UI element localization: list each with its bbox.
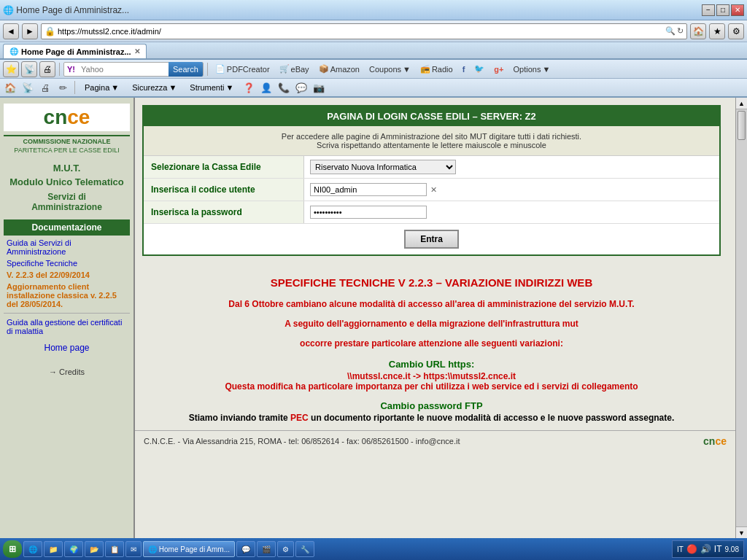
sidebar-link-guida[interactable]: Guida ai Servizi di Amministrazione: [4, 237, 130, 257]
amazon-button[interactable]: 📦 Amazon: [315, 63, 363, 75]
taskbar-chrome-icon[interactable]: 🌍: [64, 541, 83, 557]
settings-icon[interactable]: ⚙: [728, 23, 744, 39]
edit-nav-icon[interactable]: ✏: [55, 80, 70, 95]
user-nav-icon[interactable]: 👤: [259, 80, 274, 95]
taskbar-video-icon[interactable]: 🎬: [257, 541, 276, 557]
home-nav-icon[interactable]: 🏠: [3, 80, 18, 95]
taskbar-doc-icon[interactable]: 📋: [105, 541, 124, 557]
cambio-url-label: Cambio URL https:: [142, 354, 721, 371]
options-button[interactable]: Options ▼: [510, 63, 554, 75]
volume-icon[interactable]: 🔊: [700, 544, 711, 554]
refresh-icon[interactable]: ↻: [677, 26, 684, 36]
footer-logo: cnce: [703, 435, 727, 447]
taskbar: ⊞ 🌐 📁 🌍 📂 📋 ✉ 🌐 Home Page di Amm... 💬 🎬 …: [0, 538, 747, 560]
options-dropdown-icon: ▼: [542, 65, 550, 74]
address-toolbar: ◄ ► 🔒 https://mutssl2.cnce.it/admin/ 🔍 ↻…: [0, 20, 747, 42]
sidebar-link-aggiornamento[interactable]: Aggiornamento client installazione class…: [4, 281, 130, 310]
doc-header: Documentazione: [4, 219, 130, 236]
credits-link[interactable]: Credits: [59, 368, 85, 376]
rss-icon[interactable]: 📡: [21, 61, 37, 77]
taskbar-items: 🌐 📁 🌍 📂 📋 ✉ 🌐 Home Page di Amm... 💬 🎬 ⚙ …: [23, 541, 670, 557]
sidebar-link-certificati[interactable]: Guida alla gestione dei certificati di m…: [4, 316, 130, 337]
info-title: SPECIFICHE TECNICHE V 2.2.3 – VARIAZIONE…: [142, 271, 721, 295]
ebay-icon: 🛒: [279, 64, 290, 74]
yahoo-toolbar: ⭐ 📡 🖨 Y! Search 📄 PDFCreator 🛒 eBay 📦 Am…: [0, 60, 747, 79]
cassa-edile-select[interactable]: Riservato Nuova Informatica: [310, 160, 456, 174]
cassa-edile-row: Selezionare la Cassa Edile Riservato Nuo…: [144, 156, 719, 179]
favorites-icon[interactable]: ⭐: [3, 61, 19, 77]
phone-nav-icon[interactable]: 📞: [276, 80, 291, 95]
codice-utente-clear-button[interactable]: ✕: [429, 185, 438, 195]
radio-button[interactable]: 📻 Radio: [417, 63, 457, 75]
scroll-down-button[interactable]: ▼: [736, 526, 747, 538]
facebook-button[interactable]: f: [459, 63, 469, 75]
sicurezza-dropdown-icon: ▼: [169, 83, 177, 92]
sidebar-link-version[interactable]: V. 2.2.3 del 22/09/2014: [4, 269, 130, 281]
sidebar-link-specifiche[interactable]: Specifiche Tecniche: [4, 257, 130, 269]
taskbar-skype-icon[interactable]: 💬: [236, 541, 255, 557]
scroll-thumb[interactable]: [738, 111, 746, 140]
cambio-pwd-label: Cambio password FTP: [142, 396, 721, 413]
taskbar-folder-icon[interactable]: 📂: [85, 541, 104, 557]
password-cell: [304, 202, 719, 222]
taskbar-tray: IT 🔴 🔊 IT 9.08: [672, 540, 744, 558]
url-change: \\mutssl.cnce.it -> https:\\mutssl2.cnce…: [142, 371, 721, 381]
twitter-button[interactable]: 🐦: [471, 63, 488, 75]
sidebar-credits-area: → Credits: [4, 368, 130, 376]
home-page-link[interactable]: Home page: [44, 343, 89, 353]
pec-prefix: Stiamo inviando tramite: [189, 413, 290, 423]
sicurezza-menu[interactable]: Sicurezza ▼: [127, 81, 182, 94]
print-nav-icon[interactable]: 🖨: [38, 80, 53, 95]
star-icon[interactable]: ★: [709, 23, 725, 39]
entra-button[interactable]: Entra: [404, 230, 459, 249]
yahoo-search-button[interactable]: Search: [169, 62, 203, 77]
help-icon[interactable]: ❓: [241, 80, 256, 95]
address-input[interactable]: https://mutssl2.cnce.it/admin/: [58, 27, 665, 36]
tab-favicon: 🌐: [9, 47, 18, 55]
close-button[interactable]: ✕: [731, 4, 744, 16]
address-bar-wrap: 🔒 https://mutssl2.cnce.it/admin/ 🔍 ↻: [41, 23, 687, 39]
network-icon: IT: [714, 544, 722, 554]
rss-nav-icon[interactable]: 📡: [20, 80, 35, 95]
tab-bar: 🌐 Home Page di Amministraz... ✕: [0, 42, 747, 60]
taskbar-ie-icon[interactable]: 🌐: [23, 541, 42, 557]
taskbar-extra1[interactable]: ⚙: [277, 541, 294, 557]
taskbar-mail-icon[interactable]: ✉: [125, 541, 142, 557]
antivirus-icon: 🔴: [686, 544, 697, 554]
back-button[interactable]: ◄: [3, 23, 19, 39]
scroll-up-button[interactable]: ▲: [736, 98, 747, 109]
coupons-button[interactable]: Coupons ▼: [365, 63, 414, 75]
active-tab[interactable]: 🌐 Home Page di Amministraz... ✕: [3, 44, 147, 58]
home-icon[interactable]: 🏠: [690, 23, 706, 39]
print-icon[interactable]: 🖨: [39, 61, 55, 77]
skype-icon[interactable]: 💬: [294, 80, 309, 95]
address-icons: 🔍 ↻: [665, 26, 684, 36]
browser-titlebar: 🌐 Home Page di Amministraz... − □ ✕: [0, 0, 747, 20]
taskbar-browser-item[interactable]: 🌐 Home Page di Amm...: [143, 541, 235, 557]
strumenti-menu[interactable]: Strumenti ▼: [185, 81, 239, 94]
tab-close-button[interactable]: ✕: [134, 47, 140, 55]
password-input[interactable]: [310, 206, 427, 219]
googleplus-button[interactable]: g+: [490, 63, 507, 75]
codice-utente-input[interactable]: [310, 183, 427, 196]
camera-icon[interactable]: 📷: [311, 80, 326, 95]
start-button[interactable]: ⊞: [3, 540, 22, 558]
pec-text: Stiamo inviando tramite PEC un documento…: [142, 413, 721, 423]
ebay-button[interactable]: 🛒 eBay: [276, 63, 313, 75]
page-footer: C.N.C.E. - Via Alessandria 215, ROMA - t…: [135, 430, 735, 451]
pagina-dropdown-icon: ▼: [111, 83, 119, 92]
forward-button[interactable]: ►: [22, 23, 38, 39]
taskbar-extra2[interactable]: 🔧: [295, 541, 314, 557]
scrollbar[interactable]: ▲ ▼: [735, 98, 747, 538]
pagina-menu[interactable]: Pagina ▼: [80, 81, 124, 94]
pdf-creator-button[interactable]: 📄 PDFCreator: [212, 63, 274, 75]
taskbar-explorer-icon[interactable]: 📁: [44, 541, 63, 557]
url-note: Questa modifica ha particolare importanz…: [142, 381, 721, 396]
minimize-button[interactable]: −: [702, 4, 715, 16]
cassa-edile-label: Selezionare la Cassa Edile: [144, 156, 304, 178]
maximize-button[interactable]: □: [716, 4, 729, 16]
radio-icon: 📻: [420, 64, 430, 74]
yahoo-search-input[interactable]: [80, 65, 167, 74]
password-label: Inserisca la password: [144, 201, 304, 223]
windows-icon: ⊞: [9, 544, 16, 554]
